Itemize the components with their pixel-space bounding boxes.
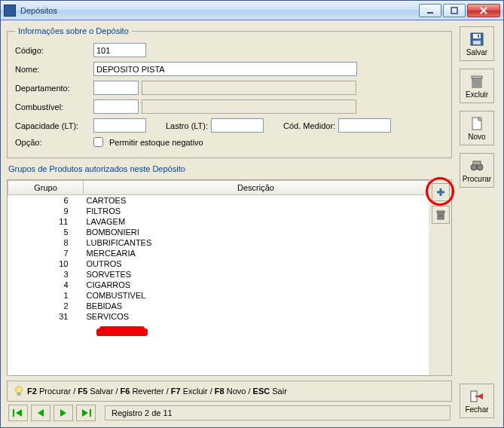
table-row[interactable]: 6CARTOES	[8, 195, 429, 206]
col-grupo[interactable]: Grupo	[8, 181, 84, 195]
cell-grupo: 5	[8, 227, 84, 237]
nav-first-button[interactable]	[8, 405, 28, 421]
svg-rect-18	[90, 409, 91, 417]
window-title: Depósitos	[20, 6, 419, 15]
cell-descricao: CARTOES	[84, 195, 429, 206]
svg-rect-22	[478, 35, 479, 38]
cell-grupo: 31	[8, 311, 84, 322]
search-button[interactable]: Procurar	[460, 153, 494, 188]
maximize-button[interactable]	[443, 4, 466, 17]
cell-descricao: OUTROS	[84, 258, 429, 269]
document-icon	[469, 116, 484, 131]
svg-rect-35	[475, 396, 480, 397]
departamento-name-display	[142, 81, 356, 95]
table-row[interactable]: 7MERCEARIA	[8, 248, 429, 258]
cell-descricao: CIGARROS	[84, 280, 429, 290]
cell-grupo: 2	[8, 301, 84, 311]
status-bar: F2 Procurar / F5 Salvar / F6 Reverter / …	[7, 381, 452, 402]
close-button[interactable]	[467, 4, 500, 17]
groups-table: Grupo Descrição 6CARTOES9FILTROS11LAVAGE…	[8, 180, 429, 322]
permitir-label: Permitir estoque negativo	[109, 138, 203, 147]
table-row[interactable]: 8LUBRIFICANTES	[8, 237, 429, 248]
table-row[interactable]: 1COMBUSTIVEL	[8, 290, 429, 301]
table-row[interactable]: 4CIGARROS	[8, 280, 429, 290]
cell-grupo: 10	[8, 258, 84, 269]
table-row[interactable]: 11LAVAGEM	[8, 216, 429, 227]
medidor-input[interactable]	[338, 118, 391, 133]
cell-descricao: FILTROS	[84, 206, 429, 216]
combustivel-code-input[interactable]	[93, 99, 139, 114]
col-descricao[interactable]: Descrição	[84, 181, 429, 195]
cell-grupo: 8	[8, 237, 84, 248]
cell-descricao: SORVETES	[84, 269, 429, 280]
cell-grupo: 1	[8, 290, 84, 301]
svg-rect-24	[472, 76, 482, 78]
codigo-label: Código:	[15, 46, 90, 55]
info-fieldset: Informações sobre o Depósito Código: Nom…	[7, 26, 452, 158]
new-button[interactable]: Novo	[460, 111, 494, 145]
cell-descricao: LUBRIFICANTES	[84, 237, 429, 248]
lastro-input[interactable]	[211, 118, 264, 133]
cell-grupo: 4	[8, 280, 84, 290]
cell-grupo: 11	[8, 216, 84, 227]
combustivel-name-display	[142, 99, 356, 114]
trash-icon	[469, 74, 484, 89]
plus-icon	[435, 187, 446, 197]
svg-rect-1	[451, 8, 457, 14]
cell-descricao: MERCEARIA	[84, 248, 429, 258]
cell-descricao: SERVICOS	[84, 311, 429, 322]
table-row[interactable]: 5BOMBONIERI	[8, 227, 429, 237]
binoculars-icon	[469, 158, 484, 173]
cell-descricao: LAVAGEM	[84, 216, 429, 227]
departamento-label: Departamento:	[15, 84, 90, 93]
trash-icon	[435, 209, 446, 220]
table-row[interactable]: 2BEBIDAS	[8, 301, 429, 311]
nav-bar: Registro 2 de 11	[7, 402, 452, 421]
departamento-code-input[interactable]	[93, 81, 139, 95]
lightbulb-icon	[14, 386, 24, 396]
table-row[interactable]: 3SORVETES	[8, 269, 429, 280]
close-form-button[interactable]: Fechar	[460, 384, 494, 418]
svg-point-11	[16, 387, 23, 393]
cell-grupo: 3	[8, 269, 84, 280]
svg-marker-17	[82, 409, 88, 417]
combustivel-label: Combustível:	[15, 102, 90, 112]
cell-grupo: 6	[8, 195, 84, 206]
nav-last-button[interactable]	[76, 405, 96, 421]
table-row[interactable]: 9FILTROS	[8, 206, 429, 216]
svg-rect-20	[473, 34, 481, 38]
app-icon	[4, 5, 16, 17]
delete-group-button[interactable]	[432, 206, 450, 224]
cell-descricao: COMBUSTIVEL	[84, 290, 429, 301]
table-row[interactable]: 10OUTROS	[8, 258, 429, 269]
info-legend: Informações sobre o Depósito	[15, 26, 132, 35]
codigo-input[interactable]	[93, 43, 146, 57]
cell-descricao: BOMBONIERI	[84, 227, 429, 237]
nav-prev-button[interactable]	[31, 405, 50, 421]
delete-button[interactable]: Excluir	[460, 69, 494, 103]
lastro-label: Lastro (LT):	[166, 121, 208, 130]
nome-input[interactable]	[93, 62, 357, 76]
capacidade-input[interactable]	[93, 118, 146, 133]
floppy-icon	[469, 32, 484, 47]
nav-next-button[interactable]	[53, 405, 73, 421]
svg-rect-12	[17, 393, 20, 396]
record-label: Registro 2 de 11	[105, 405, 451, 420]
add-group-button[interactable]	[432, 183, 450, 201]
cell-grupo: 7	[8, 248, 84, 258]
svg-marker-16	[60, 409, 66, 417]
capacidade-label: Capacidade (LT):	[15, 121, 90, 130]
opcao-label: Opção:	[15, 138, 90, 147]
svg-rect-7	[437, 211, 444, 212]
exit-arrow-icon	[469, 389, 484, 404]
svg-marker-15	[38, 409, 44, 417]
permitir-checkbox[interactable]	[93, 137, 103, 147]
svg-rect-32	[473, 161, 481, 165]
save-button[interactable]: Salvar	[460, 26, 494, 61]
table-row[interactable]: 31SERVICOS	[8, 311, 429, 322]
window: Depósitos Informações sobre o Depósito C…	[0, 0, 504, 428]
groups-title: Grupos de Produtos autorizados neste Dep…	[8, 164, 452, 173]
nome-label: Nome:	[15, 65, 90, 74]
minimize-button[interactable]	[419, 4, 441, 17]
svg-rect-13	[13, 409, 14, 417]
